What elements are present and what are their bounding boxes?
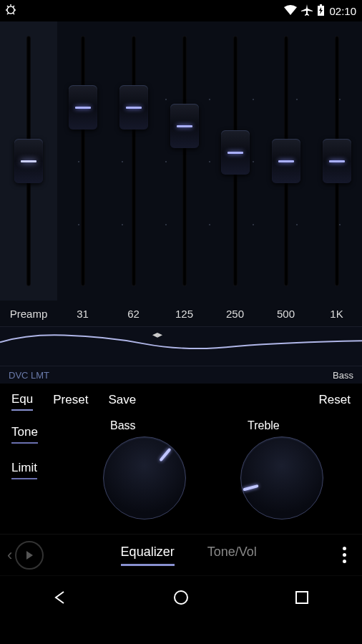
preamp-label: Preamp — [0, 308, 57, 320]
band-track — [81, 36, 85, 286]
tab-tonevol[interactable]: Tone/Vol — [207, 545, 257, 566]
preamp-column — [0, 21, 57, 301]
band-slider-250[interactable] — [221, 130, 250, 175]
bass-knob[interactable] — [103, 436, 186, 519]
tab-equalizer[interactable]: Equalizer — [121, 545, 175, 566]
nav-home-icon[interactable] — [170, 587, 192, 608]
band-label: 62 — [108, 308, 159, 320]
band-label: 250 — [210, 308, 260, 320]
eq-info-row: DVC LMT Bass — [0, 366, 362, 384]
eq-bands — [57, 21, 362, 301]
wifi-icon — [284, 5, 297, 17]
eq-controls-row: Equ Preset Save Reset — [0, 384, 362, 419]
back-chevron-icon[interactable]: ‹ — [7, 546, 12, 565]
reset-button[interactable]: Reset — [319, 393, 351, 410]
eq-curve[interactable]: ◂▸ — [0, 326, 362, 366]
airplane-icon — [301, 4, 313, 18]
battery-icon — [317, 4, 325, 18]
save-button[interactable]: Save — [108, 393, 136, 410]
overflow-menu-icon[interactable] — [333, 547, 355, 563]
status-time: 02:10 — [329, 5, 356, 17]
android-nav-bar — [0, 575, 362, 618]
preset-button[interactable]: Preset — [53, 393, 88, 410]
band-track — [132, 36, 136, 286]
nav-recent-icon[interactable] — [291, 587, 313, 608]
limit-toggle[interactable]: Limit — [11, 461, 37, 479]
treble-knob[interactable] — [240, 436, 323, 519]
dvc-lmt-label: DVC LMT — [9, 370, 49, 381]
equalizer-sliders — [0, 21, 362, 301]
status-bar: 02:10 — [0, 0, 362, 21]
band-label: 1K — [311, 308, 362, 320]
preset-name: Bass — [333, 370, 353, 381]
equ-button[interactable]: Equ — [11, 392, 33, 411]
treble-label: Treble — [248, 419, 280, 432]
svg-point-3 — [175, 591, 187, 604]
preamp-slider[interactable] — [14, 139, 43, 183]
play-button[interactable] — [15, 541, 44, 570]
scroll-arrows-icon: ◂▸ — [152, 328, 162, 340]
svg-rect-4 — [296, 592, 308, 603]
band-slider-31[interactable] — [69, 85, 97, 130]
band-label: 31 — [57, 308, 108, 320]
band-label: 125 — [159, 308, 210, 320]
band-slider-500[interactable] — [272, 139, 300, 183]
eq-labels-row: Preamp 31621252505001K — [0, 301, 362, 326]
bottom-tabs: ‹ Equalizer Tone/Vol — [0, 534, 362, 575]
band-label: 500 — [260, 308, 311, 320]
debug-icon — [6, 6, 16, 18]
tone-controls: Tone Limit Bass Treble — [0, 419, 362, 534]
nav-back-icon[interactable] — [49, 587, 71, 608]
band-track — [182, 36, 187, 286]
tone-toggle[interactable]: Tone — [11, 425, 38, 444]
svg-rect-2 — [320, 4, 322, 6]
band-slider-125[interactable] — [170, 104, 199, 148]
band-slider-1K[interactable] — [323, 139, 351, 183]
band-slider-62[interactable] — [119, 85, 148, 130]
bass-label: Bass — [110, 419, 136, 432]
